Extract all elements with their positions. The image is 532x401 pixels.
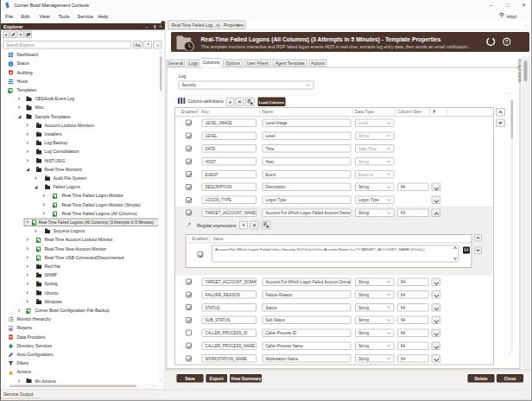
svg-text:?: ?	[505, 39, 509, 44]
